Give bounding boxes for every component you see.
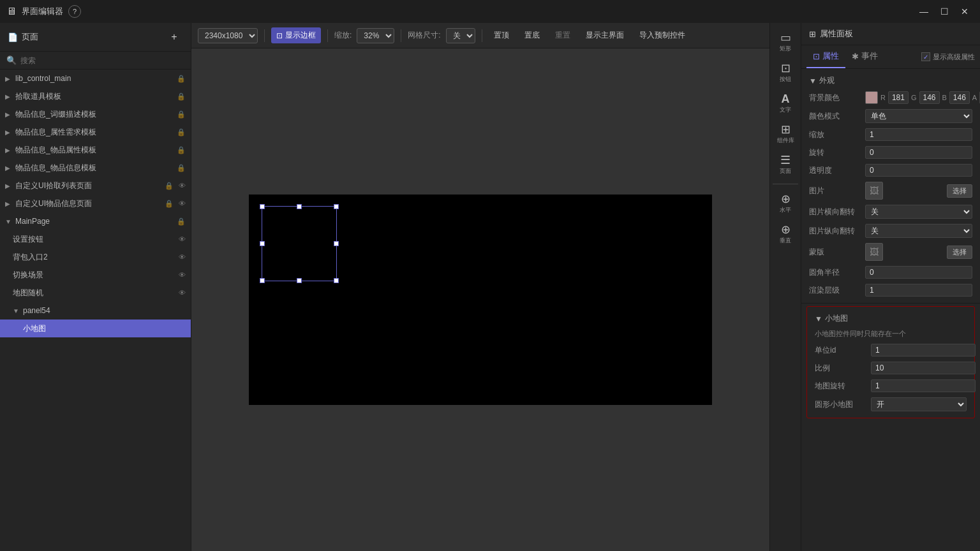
bottom-button[interactable]: 置底 <box>519 27 545 43</box>
tree-item-custom-ui-item[interactable]: ▶ 自定义UI物品信息页面 🔒 👁 <box>0 195 191 212</box>
canvas-background <box>249 195 712 405</box>
tree-item-custom-ui-pick[interactable]: ▶ 自定义UI拾取列表页面 🔒 👁 <box>0 177 191 195</box>
tool-button[interactable]: ⊡ 按钮 <box>771 59 799 87</box>
show-main-button[interactable]: 显示主界面 <box>581 27 629 43</box>
tree-item-item-info-props[interactable]: ▶ 物品信息_物品属性模板 🔒 <box>0 141 191 159</box>
lock-icon: 🔒 <box>165 182 174 190</box>
titlebar: 🖥 界面编辑器 ? — ☐ ✕ <box>0 0 980 23</box>
handle-top-mid[interactable] <box>297 204 302 209</box>
eye-icon: 👁 <box>179 182 186 189</box>
import-button[interactable]: 导入预制控件 <box>634 27 690 43</box>
canvas-element-minimap[interactable] <box>262 206 337 281</box>
tab-events[interactable]: ✱ 事件 <box>845 45 884 68</box>
flip-v-select[interactable]: 关 开 <box>865 224 972 238</box>
sidebar: 📄 页面 + 🔍 ▶ lib_control_main 🔒 ▶ 拾取道具模板 🔒 <box>0 23 191 551</box>
handle-mid-right[interactable] <box>334 241 339 246</box>
r-input[interactable] <box>888 91 909 104</box>
tree-item-set-btn[interactable]: 设置按钮 👁 <box>0 230 191 248</box>
circular-select[interactable]: 开 关 <box>871 397 967 411</box>
tool-rect-label: 矩形 <box>780 45 791 53</box>
scale2-input[interactable] <box>871 362 976 374</box>
rgba-inputs: R G B A <box>865 91 980 104</box>
tree-label: 切换场景 <box>13 270 43 281</box>
eye-icon: 👁 <box>179 200 186 207</box>
search-input[interactable] <box>20 56 184 65</box>
tree-label: 背包入口2 <box>13 252 48 263</box>
section-appearance-header[interactable]: ▼ 外观 <box>801 73 980 89</box>
show-border-button[interactable]: ⊡ 显示边框 <box>271 27 321 43</box>
tree-arrow: ▶ <box>5 111 13 118</box>
add-page-button[interactable]: + <box>165 28 183 46</box>
tool-rect[interactable]: ▭ 矩形 <box>771 28 799 56</box>
handle-bot-mid[interactable] <box>297 278 302 283</box>
tab-props[interactable]: ⊡ 属性 <box>806 45 845 68</box>
lock-icon: 🔒 <box>177 75 186 83</box>
corner-radius-input[interactable] <box>865 266 972 279</box>
section-appearance: ▼ 外观 背景颜色 R G B A 颜色模 <box>801 69 980 304</box>
render-layer-input[interactable] <box>865 284 972 297</box>
sidebar-tree: ▶ lib_control_main 🔒 ▶ 拾取道具模板 🔒 ▶ 物品信息_词… <box>0 70 191 551</box>
handle-top-right[interactable] <box>334 204 339 209</box>
top-button[interactable]: 置顶 <box>489 27 514 43</box>
sidebar-header-left: 📄 页面 <box>8 31 38 43</box>
image-thumb: 🖼 <box>865 182 883 200</box>
tool-align-h[interactable]: ⊕ 水平 <box>771 189 799 217</box>
row-draft: 蒙版 🖼 选择 <box>801 240 980 263</box>
tool-text[interactable]: A 文字 <box>771 89 799 117</box>
tree-item-pickup-toolbar[interactable]: ▶ 拾取道具模板 🔒 <box>0 87 191 105</box>
show-advanced-toggle[interactable]: ✓ 显示高级属性 <box>921 52 975 62</box>
tree-arrow: ▶ <box>5 200 13 207</box>
resolution-select[interactable]: 2340x1080 <box>198 28 258 43</box>
help-button[interactable]: ? <box>68 5 81 18</box>
row-scale: 缩放 <box>801 126 980 143</box>
eye-icon: 👁 <box>179 271 186 279</box>
tree-item-lib-control-main[interactable]: ▶ lib_control_main 🔒 <box>0 70 191 87</box>
g-input[interactable] <box>919 91 940 104</box>
flip-h-select[interactable]: 关 开 <box>865 205 972 219</box>
scale-input[interactable] <box>865 128 972 141</box>
tree-item-item-info-attr[interactable]: ▶ 物品信息_属性需求模板 🔒 <box>0 123 191 141</box>
tree-item-item-info-info[interactable]: ▶ 物品信息_物品信息模板 🔒 <box>0 159 191 177</box>
image-select-button[interactable]: 选择 <box>947 184 972 198</box>
advanced-checkbox[interactable]: ✓ <box>921 52 930 61</box>
draft-select-button[interactable]: 选择 <box>947 246 972 259</box>
minimap-desc: 小地图控件同时只能存在一个 <box>807 327 974 341</box>
tree-item-mainpage[interactable]: ▼ MainPage 🔒 <box>0 212 191 230</box>
b-input[interactable] <box>949 91 970 104</box>
tree-item-switch-scene[interactable]: 切换场景 👁 <box>0 266 191 284</box>
zoom-select[interactable]: 32% <box>357 28 394 43</box>
props-tabs: ⊡ 属性 ✱ 事件 ✓ 显示高级属性 <box>801 45 980 69</box>
color-mode-select[interactable]: 单色 渐变 <box>865 109 972 123</box>
lock-icon: 🔒 <box>177 146 186 154</box>
color-swatch[interactable] <box>865 91 878 104</box>
tree-item-bag-entry[interactable]: 背包入口2 👁 <box>0 248 191 266</box>
map-rotation-input[interactable] <box>871 379 976 392</box>
reset-button[interactable]: 重置 <box>550 27 575 43</box>
minimize-button[interactable]: — <box>915 3 933 20</box>
lock-icon: 🔒 <box>177 164 186 172</box>
section-minimap-header[interactable]: ▼ 小地图 <box>807 311 974 327</box>
tree-item-map-random[interactable]: 地图随机 👁 <box>0 284 191 302</box>
props-icon: ⊡ <box>813 52 820 61</box>
canvas-area[interactable] <box>191 48 769 551</box>
grid-select[interactable]: 关 <box>446 28 475 43</box>
handle-mid-left[interactable] <box>260 241 265 246</box>
unit-id-input[interactable] <box>871 344 976 356</box>
row-corner-radius: 圆角半径 <box>801 263 980 281</box>
maximize-button[interactable]: ☐ <box>935 3 953 20</box>
tool-group[interactable]: ⊞ 组件库 <box>771 120 799 148</box>
tree-label: lib_control_main <box>15 74 71 83</box>
handle-top-left[interactable] <box>260 204 265 209</box>
opacity-input[interactable] <box>865 164 972 177</box>
handle-bot-left[interactable] <box>260 278 265 283</box>
app-icon: 🖥 <box>6 6 17 17</box>
tree-item-panel54[interactable]: ▼ panel54 <box>0 302 191 320</box>
tree-item-minimap[interactable]: 小地图 <box>0 320 191 337</box>
lock-icon: 🔒 <box>177 128 186 136</box>
tool-align-v[interactable]: ⊕ 垂直 <box>771 220 799 248</box>
tool-page[interactable]: ☰ 页面 <box>771 151 799 179</box>
handle-bot-right[interactable] <box>334 278 339 283</box>
close-button[interactable]: ✕ <box>956 3 974 20</box>
tree-item-item-info-desc[interactable]: ▶ 物品信息_词缀描述模板 🔒 <box>0 105 191 123</box>
rotation-input[interactable] <box>865 146 972 159</box>
